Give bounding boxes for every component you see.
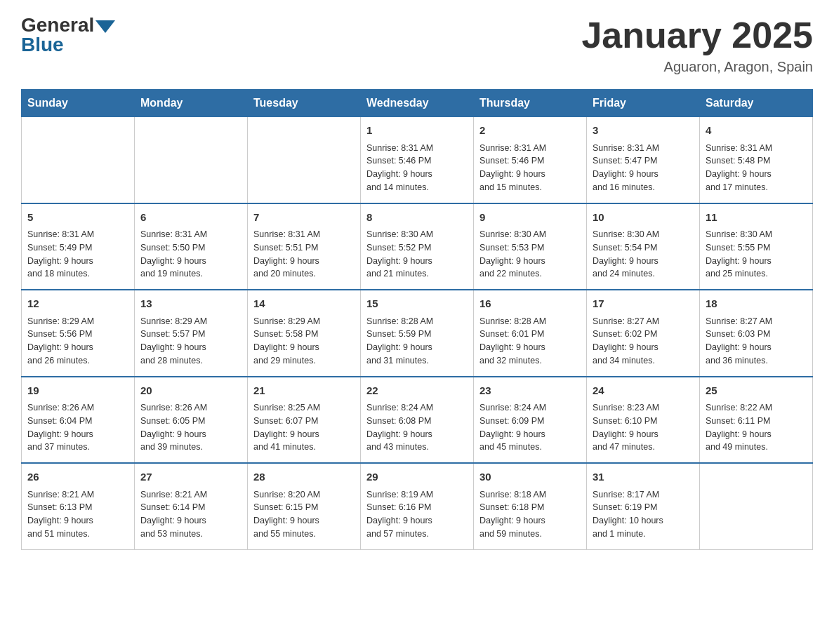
day-number: 25 bbox=[706, 383, 807, 399]
calendar-day-cell: 2Sunrise: 8:31 AM Sunset: 5:46 PM Daylig… bbox=[474, 117, 587, 203]
day-number: 20 bbox=[140, 383, 241, 399]
day-info: Sunrise: 8:30 AM Sunset: 5:53 PM Dayligh… bbox=[479, 228, 581, 281]
calendar-day-cell: 31Sunrise: 8:17 AM Sunset: 6:19 PM Dayli… bbox=[587, 463, 700, 549]
weekday-header: Monday bbox=[135, 90, 248, 117]
calendar-day-cell: 15Sunrise: 8:28 AM Sunset: 5:59 PM Dayli… bbox=[361, 290, 474, 377]
calendar-day-cell: 22Sunrise: 8:24 AM Sunset: 6:08 PM Dayli… bbox=[361, 377, 474, 464]
day-info: Sunrise: 8:26 AM Sunset: 6:05 PM Dayligh… bbox=[140, 401, 241, 454]
logo-blue-text: Blue bbox=[21, 34, 115, 56]
calendar-day-cell: 28Sunrise: 8:20 AM Sunset: 6:15 PM Dayli… bbox=[248, 463, 361, 549]
day-info: Sunrise: 8:31 AM Sunset: 5:51 PM Dayligh… bbox=[253, 228, 355, 281]
day-info: Sunrise: 8:31 AM Sunset: 5:48 PM Dayligh… bbox=[706, 142, 807, 194]
day-number: 7 bbox=[253, 210, 355, 226]
calendar-day-cell: 19Sunrise: 8:26 AM Sunset: 6:04 PM Dayli… bbox=[22, 377, 135, 464]
day-info: Sunrise: 8:21 AM Sunset: 6:13 PM Dayligh… bbox=[27, 488, 128, 541]
day-info: Sunrise: 8:28 AM Sunset: 5:59 PM Dayligh… bbox=[366, 315, 468, 368]
day-info: Sunrise: 8:31 AM Sunset: 5:50 PM Dayligh… bbox=[140, 228, 241, 281]
day-info: Sunrise: 8:21 AM Sunset: 6:14 PM Dayligh… bbox=[140, 488, 241, 541]
calendar-week-row: 12Sunrise: 8:29 AM Sunset: 5:56 PM Dayli… bbox=[22, 290, 813, 377]
day-number: 6 bbox=[140, 210, 241, 226]
day-info: Sunrise: 8:17 AM Sunset: 6:19 PM Dayligh… bbox=[593, 488, 694, 541]
weekday-header: Sunday bbox=[22, 90, 135, 117]
calendar-day-cell: 9Sunrise: 8:30 AM Sunset: 5:53 PM Daylig… bbox=[474, 203, 587, 290]
calendar-day-cell bbox=[135, 117, 248, 203]
day-number: 8 bbox=[366, 210, 468, 226]
day-info: Sunrise: 8:29 AM Sunset: 5:58 PM Dayligh… bbox=[253, 315, 355, 368]
calendar-week-row: 26Sunrise: 8:21 AM Sunset: 6:13 PM Dayli… bbox=[22, 463, 813, 549]
calendar-week-row: 19Sunrise: 8:26 AM Sunset: 6:04 PM Dayli… bbox=[22, 377, 813, 464]
calendar-day-cell: 1Sunrise: 8:31 AM Sunset: 5:46 PM Daylig… bbox=[361, 117, 474, 203]
day-info: Sunrise: 8:29 AM Sunset: 5:56 PM Dayligh… bbox=[27, 315, 128, 368]
day-info: Sunrise: 8:27 AM Sunset: 6:03 PM Dayligh… bbox=[706, 315, 807, 368]
day-info: Sunrise: 8:31 AM Sunset: 5:49 PM Dayligh… bbox=[27, 228, 128, 281]
title-block: January 2025 Aguaron, Aragon, Spain bbox=[581, 14, 813, 75]
calendar-day-cell: 23Sunrise: 8:24 AM Sunset: 6:09 PM Dayli… bbox=[474, 377, 587, 464]
weekday-header: Saturday bbox=[700, 90, 813, 117]
calendar-day-cell: 29Sunrise: 8:19 AM Sunset: 6:16 PM Dayli… bbox=[361, 463, 474, 549]
calendar-day-cell: 6Sunrise: 8:31 AM Sunset: 5:50 PM Daylig… bbox=[135, 203, 248, 290]
calendar-day-cell: 21Sunrise: 8:25 AM Sunset: 6:07 PM Dayli… bbox=[248, 377, 361, 464]
day-number: 14 bbox=[253, 296, 355, 312]
calendar-day-cell: 20Sunrise: 8:26 AM Sunset: 6:05 PM Dayli… bbox=[135, 377, 248, 464]
weekday-header: Tuesday bbox=[248, 90, 361, 117]
day-number: 19 bbox=[27, 383, 128, 399]
calendar-day-cell: 10Sunrise: 8:30 AM Sunset: 5:54 PM Dayli… bbox=[587, 203, 700, 290]
day-number: 4 bbox=[706, 123, 807, 139]
calendar-day-cell: 25Sunrise: 8:22 AM Sunset: 6:11 PM Dayli… bbox=[700, 377, 813, 464]
day-number: 3 bbox=[593, 123, 694, 139]
day-info: Sunrise: 8:31 AM Sunset: 5:46 PM Dayligh… bbox=[366, 142, 468, 194]
day-info: Sunrise: 8:24 AM Sunset: 6:08 PM Dayligh… bbox=[366, 401, 468, 454]
calendar-day-cell: 4Sunrise: 8:31 AM Sunset: 5:48 PM Daylig… bbox=[700, 117, 813, 203]
calendar-day-cell: 11Sunrise: 8:30 AM Sunset: 5:55 PM Dayli… bbox=[700, 203, 813, 290]
calendar-week-row: 1Sunrise: 8:31 AM Sunset: 5:46 PM Daylig… bbox=[22, 117, 813, 203]
calendar-subtitle: Aguaron, Aragon, Spain bbox=[581, 59, 813, 75]
day-number: 22 bbox=[366, 383, 468, 399]
page-header: General Blue January 2025 Aguaron, Arago… bbox=[21, 14, 813, 75]
day-number: 30 bbox=[479, 469, 581, 485]
calendar-day-cell: 16Sunrise: 8:28 AM Sunset: 6:01 PM Dayli… bbox=[474, 290, 587, 377]
day-info: Sunrise: 8:22 AM Sunset: 6:11 PM Dayligh… bbox=[706, 401, 807, 454]
day-number: 27 bbox=[140, 469, 241, 485]
day-info: Sunrise: 8:23 AM Sunset: 6:10 PM Dayligh… bbox=[593, 401, 694, 454]
day-info: Sunrise: 8:29 AM Sunset: 5:57 PM Dayligh… bbox=[140, 315, 241, 368]
calendar-day-cell: 3Sunrise: 8:31 AM Sunset: 5:47 PM Daylig… bbox=[587, 117, 700, 203]
logo-arrow-icon bbox=[95, 20, 115, 33]
day-info: Sunrise: 8:26 AM Sunset: 6:04 PM Dayligh… bbox=[27, 401, 128, 454]
calendar-day-cell: 18Sunrise: 8:27 AM Sunset: 6:03 PM Dayli… bbox=[700, 290, 813, 377]
day-number: 15 bbox=[366, 296, 468, 312]
day-number: 2 bbox=[479, 123, 581, 139]
day-number: 21 bbox=[253, 383, 355, 399]
day-info: Sunrise: 8:28 AM Sunset: 6:01 PM Dayligh… bbox=[479, 315, 581, 368]
day-info: Sunrise: 8:20 AM Sunset: 6:15 PM Dayligh… bbox=[253, 488, 355, 541]
calendar-day-cell: 24Sunrise: 8:23 AM Sunset: 6:10 PM Dayli… bbox=[587, 377, 700, 464]
calendar-day-cell bbox=[700, 463, 813, 549]
calendar-day-cell: 13Sunrise: 8:29 AM Sunset: 5:57 PM Dayli… bbox=[135, 290, 248, 377]
day-number: 9 bbox=[479, 210, 581, 226]
calendar-day-cell: 12Sunrise: 8:29 AM Sunset: 5:56 PM Dayli… bbox=[22, 290, 135, 377]
day-info: Sunrise: 8:24 AM Sunset: 6:09 PM Dayligh… bbox=[479, 401, 581, 454]
day-number: 12 bbox=[27, 296, 128, 312]
calendar-header-row: SundayMondayTuesdayWednesdayThursdayFrid… bbox=[22, 90, 813, 117]
logo: General Blue bbox=[21, 14, 115, 56]
calendar-day-cell bbox=[248, 117, 361, 203]
day-info: Sunrise: 8:19 AM Sunset: 6:16 PM Dayligh… bbox=[366, 488, 468, 541]
calendar-day-cell: 30Sunrise: 8:18 AM Sunset: 6:18 PM Dayli… bbox=[474, 463, 587, 549]
day-number: 5 bbox=[27, 210, 128, 226]
weekday-header: Wednesday bbox=[361, 90, 474, 117]
day-number: 18 bbox=[706, 296, 807, 312]
day-number: 17 bbox=[593, 296, 694, 312]
calendar-day-cell: 7Sunrise: 8:31 AM Sunset: 5:51 PM Daylig… bbox=[248, 203, 361, 290]
day-info: Sunrise: 8:30 AM Sunset: 5:52 PM Dayligh… bbox=[366, 228, 468, 281]
day-info: Sunrise: 8:18 AM Sunset: 6:18 PM Dayligh… bbox=[479, 488, 581, 541]
calendar-title: January 2025 bbox=[581, 14, 813, 56]
calendar-week-row: 5Sunrise: 8:31 AM Sunset: 5:49 PM Daylig… bbox=[22, 203, 813, 290]
day-info: Sunrise: 8:25 AM Sunset: 6:07 PM Dayligh… bbox=[253, 401, 355, 454]
calendar-day-cell: 27Sunrise: 8:21 AM Sunset: 6:14 PM Dayli… bbox=[135, 463, 248, 549]
calendar-day-cell bbox=[22, 117, 135, 203]
calendar-table: SundayMondayTuesdayWednesdayThursdayFrid… bbox=[21, 89, 813, 550]
day-number: 31 bbox=[593, 469, 694, 485]
day-info: Sunrise: 8:31 AM Sunset: 5:47 PM Dayligh… bbox=[593, 142, 694, 194]
day-number: 10 bbox=[593, 210, 694, 226]
day-info: Sunrise: 8:30 AM Sunset: 5:55 PM Dayligh… bbox=[706, 228, 807, 281]
calendar-day-cell: 8Sunrise: 8:30 AM Sunset: 5:52 PM Daylig… bbox=[361, 203, 474, 290]
